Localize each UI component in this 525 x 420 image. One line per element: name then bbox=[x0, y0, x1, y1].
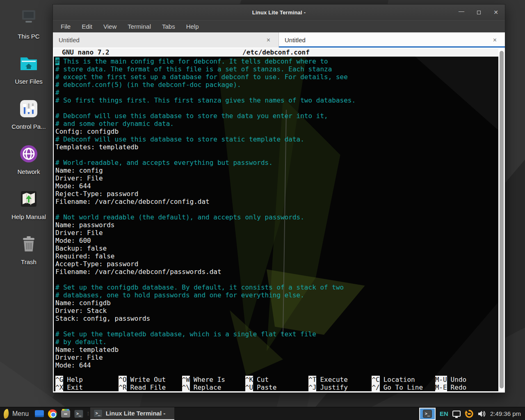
terminal-line: # Set up the configdb database. By defau… bbox=[55, 283, 498, 291]
terminal-line: Required: false bbox=[55, 252, 498, 260]
tray-terminal-button[interactable]: >_ bbox=[419, 408, 436, 420]
terminal-line: Reject-Type: password bbox=[55, 190, 498, 198]
this-pc-icon bbox=[18, 7, 40, 30]
shortcut-key: ^T bbox=[308, 376, 316, 383]
terminal-line: # Debconf will use this database to stor… bbox=[55, 135, 498, 143]
terminal-line bbox=[55, 205, 498, 213]
terminal-line: # databases, one to hold passwords and o… bbox=[55, 291, 498, 299]
tab-untitled-2[interactable]: Untitled × bbox=[279, 32, 505, 48]
nano-shortcut: ^KCut bbox=[245, 376, 308, 383]
shortcut-label: Execute bbox=[316, 376, 347, 383]
shortcut-key: M-E bbox=[435, 383, 447, 391]
desktop-icon-label: Network bbox=[17, 168, 40, 175]
terminal-line: # bbox=[55, 89, 498, 96]
terminal-line bbox=[55, 151, 498, 159]
desktop-icon-user-files[interactable]: User Files bbox=[6, 52, 52, 98]
tasklist-separator[interactable]: ⁞ bbox=[85, 411, 90, 417]
nano-shortcut: ^GHelp bbox=[55, 376, 119, 383]
tab-label: Untitled bbox=[285, 37, 491, 43]
nano-shortcut: ^XExit bbox=[55, 383, 119, 391]
file-manager-icon bbox=[61, 410, 70, 418]
tab-close-icon[interactable]: × bbox=[491, 37, 499, 44]
terminal-line: Driver: Stack bbox=[55, 307, 498, 315]
shortcut-key: ^G bbox=[55, 376, 63, 383]
trash-can-icon bbox=[18, 233, 40, 255]
chrome-launcher[interactable] bbox=[47, 409, 58, 419]
terminal-screen[interactable]: GNU nano 7.2 /etc/debconf.conf # This is… bbox=[54, 48, 498, 391]
display-tray-icon[interactable] bbox=[452, 411, 461, 417]
menu-help[interactable]: Help bbox=[186, 23, 199, 30]
volume-icon[interactable] bbox=[478, 410, 486, 418]
window-titlebar[interactable]: Linux Lite Terminal - — ✕ bbox=[53, 5, 505, 20]
taskbar: Menu >_ ⁞ >_ Linux Lite Terminal - >_ EN… bbox=[0, 407, 525, 420]
shortcut-row-2: ^XExit^RRead File^\Replace^UPaste^JJusti… bbox=[55, 383, 498, 391]
desktop-icon-label: Control Pa... bbox=[11, 123, 46, 130]
desktop-icon-this-pc[interactable]: This PC bbox=[6, 7, 52, 52]
close-button[interactable]: ✕ bbox=[493, 9, 499, 16]
scrollbar-track[interactable] bbox=[499, 49, 504, 390]
shortcut-label: Paste bbox=[253, 383, 276, 391]
terminal-icon: >_ bbox=[423, 410, 432, 418]
desktop-icon-label: Trash bbox=[21, 258, 37, 265]
control-panel-sliders-icon bbox=[18, 98, 40, 120]
shortcut-key: ^X bbox=[55, 383, 63, 391]
keyboard-layout-indicator[interactable]: EN bbox=[440, 410, 448, 417]
menu-button-label: Menu bbox=[12, 410, 29, 418]
terminal-line: Name: templatedb bbox=[55, 346, 498, 354]
menu-terminal[interactable]: Terminal bbox=[128, 23, 151, 30]
nano-shortcut: ^CLocation bbox=[372, 376, 435, 383]
nano-shortcut: ^\Replace bbox=[182, 383, 245, 391]
menu-edit[interactable]: Edit bbox=[82, 23, 92, 30]
clock[interactable]: 2:49:36 pm bbox=[490, 410, 521, 417]
tab-close-icon[interactable]: × bbox=[264, 37, 273, 44]
terminal-line: Driver: File bbox=[55, 229, 498, 237]
menu-view[interactable]: View bbox=[103, 23, 116, 30]
nano-header-bar: GNU nano 7.2 /etc/debconf.conf bbox=[54, 48, 498, 57]
update-notifier-icon[interactable] bbox=[465, 409, 474, 418]
start-menu-button[interactable]: Menu bbox=[0, 407, 33, 420]
terminal-line: # by default. bbox=[55, 338, 498, 346]
user-files-folder-icon bbox=[18, 52, 40, 75]
tab-untitled-1[interactable]: Untitled × bbox=[53, 32, 279, 48]
desktop-icon-help-manual[interactable]: Help Manual bbox=[6, 188, 52, 233]
maximize-button[interactable] bbox=[475, 9, 482, 16]
nano-shortcut-bar: ^GHelp^OWrite Out^WWhere Is^KCut^TExecut… bbox=[54, 376, 498, 391]
nano-shortcut: ^WWhere Is bbox=[182, 376, 245, 383]
scrollbar-thumb[interactable] bbox=[500, 51, 504, 388]
terminal-line bbox=[55, 276, 498, 283]
menu-file[interactable]: File bbox=[61, 23, 71, 30]
nano-shortcut: ^RRead File bbox=[119, 383, 182, 391]
nano-filename: /etc/debconf.conf bbox=[54, 48, 498, 56]
terminal-line: # This is the main config file for debco… bbox=[55, 57, 498, 65]
shortcut-key: ^K bbox=[245, 376, 253, 383]
terminal-line: # Set up the templatedb database, which … bbox=[55, 330, 498, 338]
menu-tabs[interactable]: Tabs bbox=[162, 23, 175, 30]
terminal-line: # and some other dynamic data. bbox=[55, 120, 498, 128]
nano-shortcut: M-UUndo bbox=[435, 376, 498, 383]
terminal-line: # Debconf will use this database to stor… bbox=[55, 112, 498, 120]
terminal-line: # debconf.conf(5) (in the debconf-doc pa… bbox=[55, 81, 498, 89]
minimize-button[interactable]: — bbox=[458, 9, 465, 16]
window-controls: — ✕ bbox=[458, 5, 499, 20]
desktop-icon-column: This PC User Files Control Pa... Network… bbox=[6, 7, 52, 278]
terminal-line: Accept-Type: password bbox=[55, 260, 498, 268]
terminal-line: # store data. The format of this file is… bbox=[55, 65, 498, 73]
shortcut-label: Undo bbox=[447, 376, 467, 383]
desktop-icon-network[interactable]: Network bbox=[6, 143, 52, 188]
shortcut-key: ^U bbox=[245, 383, 253, 391]
terminal-line: Stack: config, passwords bbox=[55, 315, 498, 322]
terminal-line: # Not world readable (the default), and … bbox=[55, 213, 498, 221]
task-button-terminal[interactable]: >_ Linux Lite Terminal - bbox=[90, 407, 175, 420]
show-desktop-launcher[interactable] bbox=[34, 409, 45, 419]
file-manager-launcher[interactable] bbox=[60, 409, 71, 419]
shortcut-label: Cut bbox=[253, 376, 269, 383]
terminal-line: Filename: /var/cache/debconf/config.dat bbox=[55, 198, 498, 205]
shortcut-key: ^J bbox=[308, 383, 316, 391]
desktop-icon-trash[interactable]: Trash bbox=[6, 233, 52, 278]
desktop-icon-control-panel[interactable]: Control Pa... bbox=[6, 98, 52, 143]
nano-shortcut: ^/Go To Line bbox=[372, 383, 435, 391]
shortcut-key: M-U bbox=[435, 376, 447, 383]
terminal-launcher[interactable]: >_ bbox=[73, 409, 84, 419]
shortcut-row-1: ^GHelp^OWrite Out^WWhere Is^KCut^TExecut… bbox=[55, 376, 498, 383]
terminal-line bbox=[55, 322, 498, 330]
